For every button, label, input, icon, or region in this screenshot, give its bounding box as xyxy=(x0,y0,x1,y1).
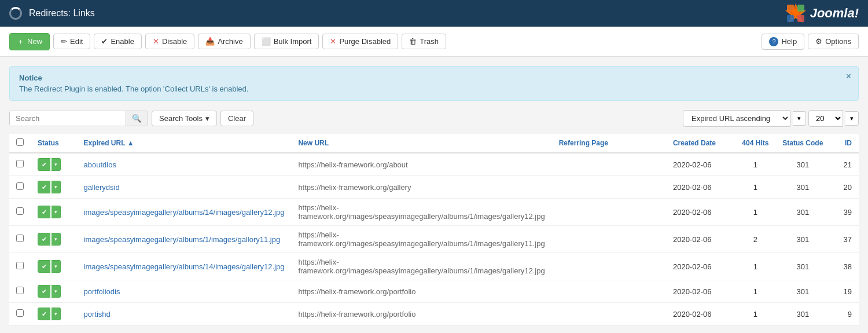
status-dropdown-button[interactable]: ▾ xyxy=(52,158,61,171)
row-checkbox[interactable] xyxy=(16,160,24,167)
table-row: ✔ ▾ images/speasyimagegallery/albums/14/… xyxy=(9,199,859,226)
expired-url-link[interactable]: gallerydsid xyxy=(84,183,120,192)
notice-message: The Redirect Plugin is enabled. The opti… xyxy=(19,85,849,93)
table-row: ✔ ▾ images/speasyimagegallery/albums/14/… xyxy=(9,253,859,280)
svg-rect-5 xyxy=(787,15,794,22)
check-icon: ✔ xyxy=(101,37,108,46)
row-expired-url-cell: images/speasyimagegallery/albums/14/imag… xyxy=(77,253,292,280)
search-submit-button[interactable]: 🔍 xyxy=(126,111,148,126)
svg-rect-3 xyxy=(787,5,794,12)
new-button[interactable]: ＋ New xyxy=(9,33,50,50)
row-id-cell: 39 xyxy=(830,199,859,226)
enable-button[interactable]: ✔ Enable xyxy=(94,34,141,49)
row-checkbox[interactable] xyxy=(16,262,24,269)
clear-button[interactable]: Clear xyxy=(220,111,253,126)
sort-select[interactable]: Expired URL ascending Expired URL descen… xyxy=(683,110,790,127)
row-checkbox-cell xyxy=(9,153,31,176)
sort-direction-button[interactable]: ▾ xyxy=(793,111,806,126)
row-new-url-cell: https://helix-framework.org/gallery xyxy=(291,176,551,199)
per-page-arrow-button[interactable]: ▾ xyxy=(845,111,859,126)
row-created-date-cell: 2020-02-06 xyxy=(666,280,735,303)
expired-url-link[interactable]: images/speasyimagegallery/albums/14/imag… xyxy=(84,262,285,271)
edit-icon: ✏ xyxy=(61,37,67,46)
help-button[interactable]: ? Help xyxy=(762,34,804,50)
toolbar-left: ＋ New ✏ Edit ✔ Enable ✕ Disable 📥 Archiv… xyxy=(9,33,446,50)
row-new-url-cell: https://helix-framework.org/images/speas… xyxy=(291,253,551,280)
search-icon: 🔍 xyxy=(132,114,142,123)
row-hits-cell: 1 xyxy=(735,280,775,303)
col-header-status-code[interactable]: Status Code xyxy=(775,134,830,153)
col-header-id[interactable]: ID xyxy=(830,134,859,153)
row-referring-page-cell xyxy=(552,153,666,176)
row-hits-cell: 1 xyxy=(735,199,775,226)
expired-url-link[interactable]: images/speasyimagegallery/albums/14/imag… xyxy=(84,208,285,217)
status-check-button[interactable]: ✔ xyxy=(38,233,50,246)
row-created-date-cell: 2020-02-06 xyxy=(666,153,735,176)
options-button[interactable]: ⚙ Options xyxy=(808,34,859,49)
row-status-cell: ✔ ▾ xyxy=(31,153,77,176)
status-dropdown-button[interactable]: ▾ xyxy=(52,285,61,298)
row-status-cell: ✔ ▾ xyxy=(31,253,77,280)
col-header-created-date[interactable]: Created Date xyxy=(666,134,735,153)
row-status-code-cell: 301 xyxy=(775,303,830,325)
status-check-button[interactable]: ✔ xyxy=(38,285,50,298)
row-status-cell: ✔ ▾ xyxy=(31,280,77,303)
status-check-button[interactable]: ✔ xyxy=(38,206,50,218)
search-input[interactable] xyxy=(10,111,126,126)
row-id-cell: 37 xyxy=(830,226,859,253)
notice-box: Notice The Redirect Plugin is enabled. T… xyxy=(9,66,859,101)
row-hits-cell: 1 xyxy=(735,153,775,176)
select-all-checkbox[interactable] xyxy=(16,138,24,146)
col-header-referring-page[interactable]: Referring Page xyxy=(552,134,666,153)
status-dropdown-button[interactable]: ▾ xyxy=(52,206,61,218)
top-bar-left: Redirects: Links xyxy=(9,7,95,20)
col-header-check xyxy=(9,134,31,153)
purge-disabled-button[interactable]: ✕ Purge Disabled xyxy=(322,34,398,49)
archive-button[interactable]: 📥 Archive xyxy=(198,34,250,49)
row-checkbox-cell xyxy=(9,176,31,199)
expired-url-link[interactable]: images/speasyimagegallery/albums/1/image… xyxy=(84,235,281,244)
per-page-select[interactable]: 20 50 100 xyxy=(808,110,843,127)
row-checkbox[interactable] xyxy=(16,287,24,294)
notice-close-button[interactable]: × xyxy=(846,71,851,82)
joomla-logo: Joomla! xyxy=(785,2,859,24)
edit-button[interactable]: ✏ Edit xyxy=(53,34,90,49)
col-header-new-url[interactable]: New URL xyxy=(291,134,551,153)
status-check-button[interactable]: ✔ xyxy=(38,158,50,171)
expired-url-link[interactable]: portfoliodis xyxy=(84,287,120,296)
row-referring-page-cell xyxy=(552,280,666,303)
row-status-cell: ✔ ▾ xyxy=(31,226,77,253)
table-row: ✔ ▾ gallerydsid https://helix-framework.… xyxy=(9,176,859,199)
row-referring-page-cell xyxy=(552,176,666,199)
row-hits-cell: 1 xyxy=(735,253,775,280)
row-checkbox[interactable] xyxy=(16,207,24,215)
trash-button[interactable]: 🗑 Trash xyxy=(402,34,446,49)
row-status-cell: ✔ ▾ xyxy=(31,303,77,325)
search-tools-button[interactable]: Search Tools ▾ xyxy=(152,111,217,126)
row-checkbox[interactable] xyxy=(16,182,24,190)
row-expired-url-cell: aboutdios xyxy=(77,153,292,176)
table-row: ✔ ▾ portfoliodis https://helix-framework… xyxy=(9,280,859,303)
disable-button[interactable]: ✕ Disable xyxy=(145,34,194,49)
status-check-button[interactable]: ✔ xyxy=(38,308,50,320)
row-status-code-cell: 301 xyxy=(775,199,830,226)
expired-url-link[interactable]: portishd xyxy=(84,310,111,319)
row-referring-page-cell xyxy=(552,303,666,325)
status-dropdown-button[interactable]: ▾ xyxy=(52,181,61,193)
archive-icon: 📥 xyxy=(205,37,215,46)
status-check-button[interactable]: ✔ xyxy=(38,260,50,273)
status-check-button[interactable]: ✔ xyxy=(38,181,50,193)
row-status-code-cell: 301 xyxy=(775,280,830,303)
row-expired-url-cell: portfoliodis xyxy=(77,280,292,303)
expired-url-link[interactable]: aboutdios xyxy=(84,160,116,169)
status-dropdown-button[interactable]: ▾ xyxy=(52,233,61,246)
status-dropdown-button[interactable]: ▾ xyxy=(52,260,61,273)
status-dropdown-button[interactable]: ▾ xyxy=(52,308,61,320)
search-input-wrap: 🔍 xyxy=(9,111,148,126)
col-header-expired-url[interactable]: Expired URL ▲ xyxy=(77,134,292,153)
col-header-status[interactable]: Status xyxy=(31,134,77,153)
row-checkbox[interactable] xyxy=(16,309,24,317)
col-header-404-hits[interactable]: 404 Hits xyxy=(735,134,775,153)
bulk-import-button[interactable]: ⬜ Bulk Import xyxy=(254,34,319,49)
row-checkbox[interactable] xyxy=(16,235,24,242)
